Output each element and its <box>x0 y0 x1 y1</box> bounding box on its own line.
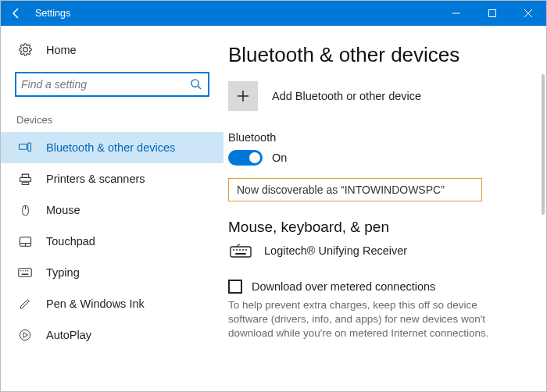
sidebar-item-label: Printers & scanners <box>46 173 145 185</box>
printer-icon <box>16 173 34 186</box>
svg-point-2 <box>191 80 198 87</box>
search-input[interactable] <box>16 73 208 95</box>
bluetooth-devices-icon <box>16 141 34 155</box>
sidebar-item-touchpad[interactable]: Touchpad <box>1 226 223 257</box>
section-label: Devices <box>1 111 223 132</box>
gear-icon <box>16 43 34 56</box>
home-nav[interactable]: Home <box>1 38 223 61</box>
titlebar: Settings <box>1 1 546 26</box>
sidebar-item-pen[interactable]: Pen & Windows Ink <box>1 288 223 319</box>
svg-point-17 <box>20 330 30 340</box>
device-label: Logitech® Unifying Receiver <box>264 244 407 257</box>
bluetooth-state: On <box>272 151 287 164</box>
content-pane: Bluetooth & other devices Add Bluetooth … <box>223 26 546 391</box>
keyboard-icon <box>16 267 34 278</box>
sidebar: Home Devices Bluetooth & other devices <box>1 26 223 391</box>
sidebar-item-label: AutoPlay <box>46 329 91 341</box>
sidebar-item-autoplay[interactable]: AutoPlay <box>1 319 223 351</box>
metered-help-text: To help prevent extra charges, keep this… <box>228 298 509 341</box>
scrollbar[interactable] <box>542 74 545 215</box>
window-title: Settings <box>32 8 438 19</box>
minimize-button[interactable] <box>438 1 474 26</box>
search-box[interactable] <box>15 72 209 97</box>
metered-checkbox-row[interactable]: Download over metered connections <box>228 280 540 294</box>
sidebar-item-label: Touchpad <box>46 235 95 248</box>
add-device-label: Add Bluetooth or other device <box>272 90 421 102</box>
sidebar-item-mouse[interactable]: Mouse <box>1 194 223 226</box>
maximize-button[interactable] <box>474 1 510 26</box>
bluetooth-label: Bluetooth <box>228 131 540 144</box>
discoverable-status: Now discoverable as “INTOWINDOWSPC” <box>228 178 482 201</box>
sidebar-item-label: Typing <box>46 266 80 279</box>
touchpad-icon <box>16 236 34 248</box>
sidebar-item-bluetooth[interactable]: Bluetooth & other devices <box>1 132 223 163</box>
metered-label: Download over metered connections <box>252 280 435 293</box>
device-item[interactable]: Logitech® Unifying Receiver <box>228 244 540 258</box>
svg-rect-20 <box>231 247 251 257</box>
close-button[interactable] <box>510 1 546 26</box>
pen-icon <box>16 298 34 310</box>
home-label: Home <box>46 44 77 56</box>
sidebar-item-label: Pen & Windows Ink <box>46 298 145 310</box>
section-mouse-keyboard: Mouse, keyboard, & pen <box>228 219 540 236</box>
sidebar-item-typing[interactable]: Typing <box>1 257 223 288</box>
svg-rect-1 <box>489 10 496 17</box>
add-device-button[interactable]: Add Bluetooth or other device <box>228 81 540 111</box>
sidebar-item-printers[interactable]: Printers & scanners <box>1 163 223 194</box>
svg-rect-5 <box>28 143 31 151</box>
keyboard-device-icon <box>228 244 253 258</box>
autoplay-icon <box>16 329 34 341</box>
sidebar-item-label: Mouse <box>46 204 80 216</box>
mouse-icon <box>16 204 34 217</box>
sidebar-item-label: Bluetooth & other devices <box>46 141 175 154</box>
back-button[interactable] <box>1 1 32 26</box>
svg-line-3 <box>198 86 201 89</box>
svg-rect-11 <box>19 269 32 277</box>
bluetooth-toggle[interactable] <box>228 150 263 166</box>
svg-rect-4 <box>20 144 27 150</box>
page-title: Bluetooth & other devices <box>228 43 540 67</box>
plus-icon <box>228 81 258 111</box>
search-icon <box>190 78 202 90</box>
checkbox-icon <box>228 280 242 294</box>
